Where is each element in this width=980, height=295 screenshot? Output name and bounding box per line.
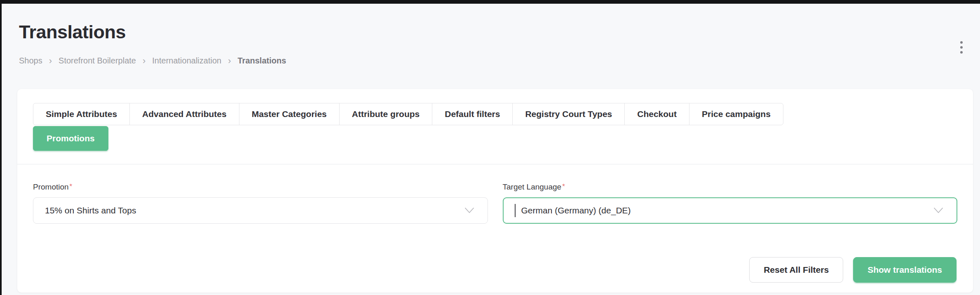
show-translations-button[interactable]: Show translations xyxy=(853,257,957,283)
promotion-field: Promotion* 15% on Shirts and Tops xyxy=(33,183,488,224)
breadcrumb-separator: › xyxy=(228,56,231,66)
target-language-label: Target Language* xyxy=(503,183,958,192)
promotion-select-value: 15% on Shirts and Tops xyxy=(45,206,136,215)
tab-registry-court-types[interactable]: Registry Court Types xyxy=(512,103,625,125)
tab-advanced-attributes[interactable]: Advanced Attributes xyxy=(129,103,239,125)
breadcrumb-item-shops[interactable]: Shops xyxy=(19,56,42,66)
target-language-select[interactable]: German (Germany) (de_DE) xyxy=(503,197,958,224)
tab-row-2: Promotions xyxy=(33,126,957,151)
target-language-field: Target Language* German (Germany) (de_DE… xyxy=(503,183,958,224)
breadcrumb-separator: › xyxy=(49,56,52,66)
chevron-down-icon xyxy=(933,206,943,215)
tab-price-campaigns[interactable]: Price campaigns xyxy=(689,103,783,125)
breadcrumb-separator: › xyxy=(143,56,145,66)
breadcrumb-item-storefront-boilerplate[interactable]: Storefront Boilerplate xyxy=(59,56,136,66)
promotion-label: Promotion* xyxy=(33,183,488,192)
content-card: Simple AttributesAdvanced AttributesMast… xyxy=(17,89,973,293)
breadcrumb: Shops›Storefront Boilerplate›Internation… xyxy=(19,56,286,66)
reset-all-filters-button[interactable]: Reset All Filters xyxy=(749,257,843,283)
text-cursor xyxy=(515,204,521,217)
promotion-select[interactable]: 15% on Shirts and Tops xyxy=(33,197,488,224)
form-actions: Reset All Filters Show translations xyxy=(749,257,957,283)
required-asterisk: * xyxy=(70,183,73,190)
target-language-select-value: German (Germany) (de_DE) xyxy=(521,206,631,215)
tab-default-filters[interactable]: Default filters xyxy=(432,103,513,125)
filter-form: Promotion* 15% on Shirts and Tops Target… xyxy=(17,164,973,224)
kebab-menu-icon[interactable] xyxy=(959,40,964,55)
tab-attribute-groups[interactable]: Attribute groups xyxy=(339,103,432,125)
breadcrumb-item-translations: Translations xyxy=(237,56,286,66)
window-top-bar xyxy=(0,0,980,4)
page-title: Translations xyxy=(19,21,126,43)
breadcrumb-item-internationalization[interactable]: Internationalization xyxy=(152,56,221,66)
tab-checkout[interactable]: Checkout xyxy=(624,103,689,125)
tab-promotions[interactable]: Promotions xyxy=(33,126,108,151)
tab-row-1: Simple AttributesAdvanced AttributesMast… xyxy=(33,103,957,125)
chevron-down-icon xyxy=(464,206,474,215)
window-left-edge xyxy=(0,0,2,295)
required-asterisk: * xyxy=(562,183,565,190)
tabs-section: Simple AttributesAdvanced AttributesMast… xyxy=(17,89,973,151)
tab-master-categories[interactable]: Master Categories xyxy=(239,103,340,125)
tab-simple-attributes[interactable]: Simple Attributes xyxy=(33,103,130,125)
